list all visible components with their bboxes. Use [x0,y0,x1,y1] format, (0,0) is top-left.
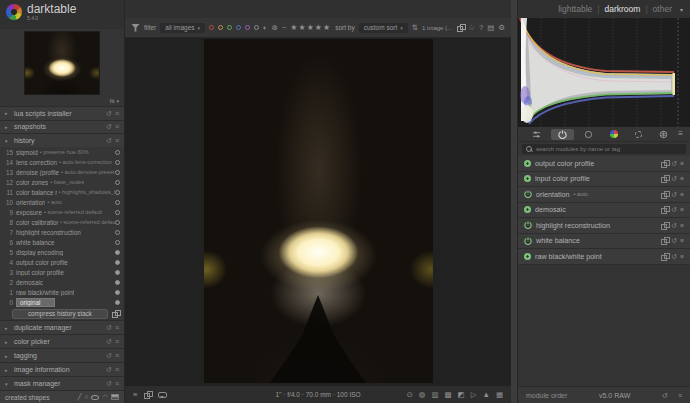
reset-icon[interactable]: ↺ [106,352,112,359]
tab-other[interactable]: other [653,4,672,14]
image-canvas[interactable] [125,38,511,386]
module-state-icon[interactable] [115,300,120,305]
presets-icon[interactable]: ≡ [115,137,119,144]
multi-instance-icon[interactable] [661,206,668,213]
history-item[interactable]: 7highlight reconstruction [0,227,124,237]
gamut-check-icon[interactable]: ▲ [482,390,489,399]
sort-dropdown[interactable]: custom sort ▾ [359,23,408,33]
tab-lighttable[interactable]: lighttable [558,4,592,14]
multi-instance-icon[interactable] [661,222,668,229]
module-state-icon[interactable] [115,210,120,215]
path-shape-icon[interactable]: ◠ [102,394,108,400]
sidebar-item-tagging[interactable]: ▸ tagging ↺≡ [0,348,124,362]
favorites-group-tab[interactable] [577,129,600,140]
module-highlight-reconstruction[interactable]: highlight reconstruction ↺≡ [518,218,690,234]
help-icon[interactable]: ? [479,24,483,32]
module-state-icon[interactable] [115,280,120,285]
active-modules-tab[interactable] [551,129,574,140]
multi-instance-icon[interactable] [661,175,668,182]
brush-icon[interactable]: ╱ [77,394,81,400]
presets-icon[interactable]: ≡ [115,123,119,130]
collapse-arrow-icon[interactable]: ▸ [5,124,10,130]
color-label-red-icon[interactable] [209,25,214,30]
module-enabled-icon[interactable] [524,206,531,213]
reset-icon[interactable]: ↺ [106,137,112,144]
star-outline-icon[interactable]: ☆ [468,24,475,32]
quick-access-tab[interactable] [525,129,548,140]
sidebar-item-lua-scripts-installer[interactable]: ▸ lua scripts installer ↺≡ [0,106,124,120]
reset-icon[interactable]: ↺ [106,324,112,331]
module-state-icon[interactable] [115,220,120,225]
module-output-color-profile[interactable]: output color profile ↺≡ [518,156,690,172]
effect-group-tab[interactable] [652,129,675,140]
collapse-arrow-icon[interactable]: ▾ [5,381,10,387]
module-enabled-icon[interactable] [524,253,531,260]
presets-icon[interactable]: ≡ [680,175,684,182]
reset-icon[interactable]: ↺ [662,392,668,399]
star-icon[interactable]: ★ [298,23,306,32]
reset-icon[interactable]: ↺ [671,206,677,213]
history-item[interactable]: 15sigmoid• preserve hue 60% [0,147,124,157]
history-item[interactable]: 8color calibration• scene-referred defau… [0,217,124,227]
rating-range-icon[interactable]: − [282,24,286,32]
presets-icon[interactable]: ≡ [678,392,682,399]
module-state-icon[interactable] [115,150,120,155]
iso12646-icon[interactable]: ▥ [431,390,438,399]
reset-icon[interactable]: ↺ [106,110,112,117]
compress-history-stack-button[interactable]: compress history stack [12,309,108,319]
filter-dropdown[interactable]: all images ▾ [160,23,205,33]
module-enabled-icon[interactable] [524,160,531,167]
gradient-shape-icon[interactable] [111,394,119,400]
history-item[interactable]: 12color zones• base_nodes [0,177,124,187]
collapse-arrow-icon[interactable]: ▾ [5,138,10,144]
reset-icon[interactable]: ↺ [671,175,677,182]
module-input-color-profile[interactable]: input color profile ↺≡ [518,172,690,188]
sidebar-item-duplicate-manager[interactable]: ▸ duplicate manager ↺≡ [0,320,124,334]
multi-instance-icon[interactable] [661,253,668,260]
presets-icon[interactable]: ≡ [115,366,119,373]
overexposed-icon[interactable]: ◩ [458,390,465,399]
history-item[interactable]: 3input color profile [0,267,124,277]
module-orientation[interactable]: orientation • auto ↺≡ [518,187,690,203]
module-state-icon[interactable] [115,180,120,185]
star-icon[interactable]: ★ [315,23,323,32]
chevron-down-icon[interactable]: ▾ [680,6,683,13]
history-item[interactable]: 10orientation• auto [0,197,124,207]
presets-icon[interactable]: ≡ [115,380,119,387]
menu-icon[interactable]: ≡ [133,391,137,399]
reset-icon[interactable]: ↺ [106,123,112,130]
color-label-toggle-icon[interactable]: ◐ [263,24,268,32]
navigation-thumbnail[interactable] [24,31,100,95]
chevron-down-icon[interactable]: ▾ [116,97,119,105]
duplicate-icon[interactable] [144,391,151,398]
history-item[interactable]: 4output color profile [0,257,124,267]
overlays-icon[interactable] [457,24,464,31]
history-item[interactable]: 14lens correction• auto-lens-correction [0,157,124,167]
presets-icon[interactable]: ≡ [680,222,684,229]
softproof-icon[interactable]: ▷ [471,390,477,399]
history-item[interactable]: 5display encoding [0,247,124,257]
module-state-icon[interactable] [115,190,120,195]
sidebar-item-history[interactable]: ▾ history ↺≡ [0,133,124,147]
presets-icon[interactable]: ≡ [115,352,119,359]
multi-instance-icon[interactable] [661,191,668,198]
star-icon[interactable]: ★ [307,23,315,32]
module-state-icon[interactable] [115,200,120,205]
presets-icon[interactable]: ≡ [115,110,119,117]
sidebar-item-image-information[interactable]: ▸ image information ↺≡ [0,362,124,376]
reset-icon[interactable]: ↺ [671,253,677,260]
multi-instance-icon[interactable] [661,237,668,244]
reset-icon[interactable]: ↺ [106,380,112,387]
module-state-icon[interactable] [115,250,120,255]
history-item-selected[interactable]: 0original [0,297,124,307]
sort-order-icon[interactable]: ⇅ [412,24,418,32]
presets-icon[interactable]: ≡ [115,338,119,345]
reject-icon[interactable]: ⊗ [272,24,278,32]
ellipse-shape-icon[interactable] [91,395,99,400]
history-item[interactable]: 6white balance [0,237,124,247]
module-groups-presets-icon[interactable]: ≡ [678,130,683,138]
color-label-purple-icon[interactable] [245,25,250,30]
chat-icon[interactable] [158,392,167,398]
sidebar-item-mask-manager[interactable]: ▾ mask manager ↺≡ [0,376,124,390]
circle-shape-icon[interactable]: ○ [84,394,88,400]
